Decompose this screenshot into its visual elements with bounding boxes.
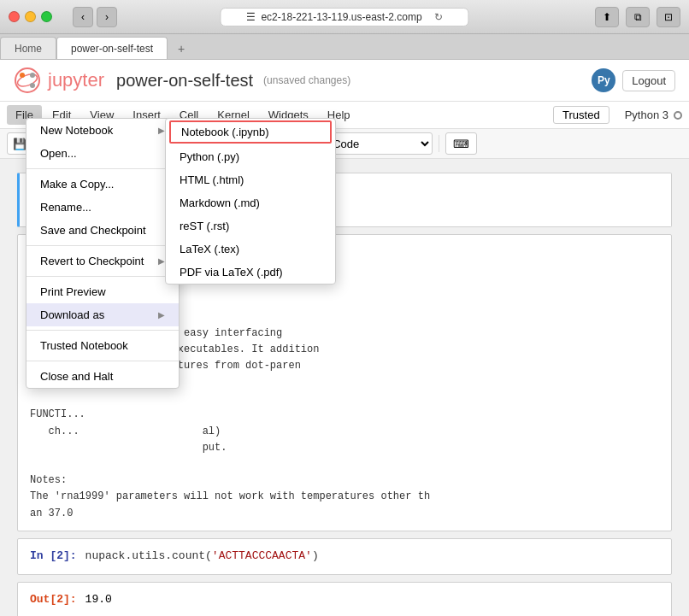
download-latex[interactable]: LaTeX (.tex) [166, 238, 335, 261]
keyboard-shortcuts-button[interactable]: ⌨ [445, 132, 477, 155]
out-cell-2: Out[2]: 19.0 [17, 582, 672, 616]
jupyter-logo-text: jupyter [48, 69, 104, 91]
save-checkpoint-label: Save and Checkpoint [40, 224, 146, 237]
divider-1 [26, 168, 179, 169]
back-btn[interactable]: ‹ [73, 7, 93, 27]
new-tab-btn[interactable]: ⧉ [626, 7, 650, 27]
hamburger-icon: ☰ [246, 11, 256, 23]
sidebar-btn[interactable]: ⊡ [657, 7, 680, 27]
out-cell-2-content: Out[2]: 19.0 [18, 583, 671, 616]
cell-2-code: nupack.utils.count('ACTTACCCAACTA') [85, 548, 319, 566]
titlebar: ‹ › ☰ ec2-18-221-13-119.us-east-2.comp ↻… [0, 0, 689, 34]
tab-notebook-label: power-on-self-test [71, 43, 153, 55]
html-label: HTML (.html) [180, 173, 244, 186]
kernel-status-indicator [674, 111, 682, 120]
python-badge: Py [592, 68, 615, 92]
new-notebook-arrow: ▶ [158, 126, 165, 135]
download-as-label: Download as [40, 308, 104, 321]
download-notebook-ipynb[interactable]: Notebook (.ipynb) [169, 120, 332, 144]
file-menu-trusted-notebook[interactable]: Trusted Notebook [26, 334, 179, 357]
file-menu-open[interactable]: Open... [26, 142, 179, 165]
file-menu-print-preview[interactable]: Print Preview [26, 280, 179, 303]
svg-point-3 [30, 83, 35, 88]
url-bar[interactable]: ☰ ec2-18-221-13-119.us-east-2.comp ↻ [220, 8, 468, 26]
jupyter-logo: jupyter power-on-self-test (unsaved chan… [14, 67, 350, 94]
tab-home[interactable]: Home [0, 37, 56, 59]
separator-5 [439, 135, 439, 152]
pdf-latex-label: PDF via LaTeX (.pdf) [180, 266, 283, 279]
svg-point-4 [30, 73, 35, 78]
window-controls [9, 11, 52, 22]
download-pdf-latex[interactable]: PDF via LaTeX (.pdf) [166, 261, 335, 284]
tab-bar: Home power-on-self-test + [0, 34, 689, 60]
output-line-16: The 'rna1999' parameters will not work w… [30, 489, 659, 505]
file-menu-dropdown: New Notebook ▶ Open... Make a Copy... Re… [26, 118, 180, 389]
output-line-14 [30, 456, 659, 472]
make-copy-label: Make a Copy... [40, 178, 114, 191]
output-line-11: FUNCTI... [30, 407, 659, 423]
share-btn[interactable]: ⬆ [595, 7, 619, 27]
logout-button[interactable]: Logout [622, 70, 675, 91]
trusted-button[interactable]: Trusted [553, 106, 610, 124]
download-html[interactable]: HTML (.html) [166, 168, 335, 191]
download-rest[interactable]: reST (.rst) [166, 214, 335, 238]
python-py-label: Python (.py) [180, 150, 239, 163]
navigation-buttons: ‹ › [73, 7, 117, 27]
notebook-title: power-on-self-test [116, 71, 253, 91]
output-line-17: an 37.0 [30, 506, 659, 522]
output-line-12: ch... al) [30, 424, 659, 440]
kernel-info: Python 3 [625, 109, 682, 121]
file-menu-close-halt[interactable]: Close and Halt [26, 365, 179, 388]
file-menu-new-notebook[interactable]: New Notebook ▶ [26, 119, 179, 142]
cell-type-select[interactable]: Code Markdown Raw NBConvert Heading [323, 132, 433, 155]
new-tab-button[interactable]: + [171, 38, 191, 59]
revert-label: Revert to Checkpoint [40, 255, 144, 267]
download-submenu: Notebook (.ipynb) Python (.py) HTML (.ht… [165, 118, 336, 285]
rest-label: reST (.rst) [180, 220, 229, 232]
markdown-label: Markdown (.md) [180, 197, 260, 209]
divider-3 [26, 276, 179, 277]
jupyter-header: jupyter power-on-self-test (unsaved chan… [0, 60, 689, 102]
download-markdown[interactable]: Markdown (.md) [166, 191, 335, 214]
cell-2-row: In [2]: nupack.utils.count('ACTTACCCAACT… [30, 548, 659, 566]
svg-point-1 [16, 72, 39, 88]
python-label: Py [598, 74, 610, 86]
jupyter-header-right: Py Logout [592, 68, 675, 92]
close-window-btn[interactable] [9, 11, 20, 22]
cell-2-content: In [2]: nupack.utils.count('ACTTACCCAACT… [18, 539, 671, 574]
forward-btn[interactable]: › [97, 7, 117, 27]
notebook-unsaved: (unsaved changes) [263, 74, 350, 86]
trusted-notebook-label: Trusted Notebook [40, 339, 128, 352]
file-menu-download-as[interactable]: Download as ▶ [26, 303, 179, 326]
file-menu-make-copy[interactable]: Make a Copy... [26, 173, 179, 196]
file-menu-save-checkpoint[interactable]: Save and Checkpoint [26, 219, 179, 242]
minimize-window-btn[interactable] [25, 11, 36, 22]
divider-2 [26, 245, 179, 246]
output-line-13: put. [30, 440, 659, 456]
svg-point-2 [20, 73, 25, 78]
cell-2: In [2]: nupack.utils.count('ACTTACCCAACT… [17, 538, 672, 575]
file-menu-rename[interactable]: Rename... [26, 196, 179, 219]
download-python-py[interactable]: Python (.py) [166, 145, 335, 168]
file-menu-revert[interactable]: Revert to Checkpoint ▶ [26, 249, 179, 273]
revert-arrow: ▶ [158, 256, 165, 266]
print-preview-label: Print Preview [40, 285, 106, 298]
kernel-name: Python 3 [625, 109, 668, 121]
rename-label: Rename... [40, 201, 91, 214]
maximize-window-btn[interactable] [41, 11, 52, 22]
open-label: Open... [40, 147, 77, 160]
out-2-prompt: Out[2]: [30, 591, 77, 609]
out-2-value: 19.0 [85, 591, 112, 609]
download-as-arrow: ▶ [158, 310, 165, 320]
tab-notebook[interactable]: power-on-self-test [56, 37, 168, 59]
new-notebook-label: New Notebook [40, 124, 113, 137]
string-arg: 'ACTTACCCAACTA' [212, 549, 312, 562]
url-text: ec2-18-221-13-119.us-east-2.comp [261, 11, 421, 23]
reload-btn[interactable]: ↻ [434, 11, 443, 23]
divider-5 [26, 361, 179, 361]
latex-label: LaTeX (.tex) [180, 243, 239, 255]
in-2-prompt: In [2]: [30, 548, 77, 566]
titlebar-actions: ⬆ ⧉ ⊡ [595, 7, 680, 27]
output-line-15: Notes: [30, 472, 659, 489]
output-line-10 [30, 390, 659, 407]
